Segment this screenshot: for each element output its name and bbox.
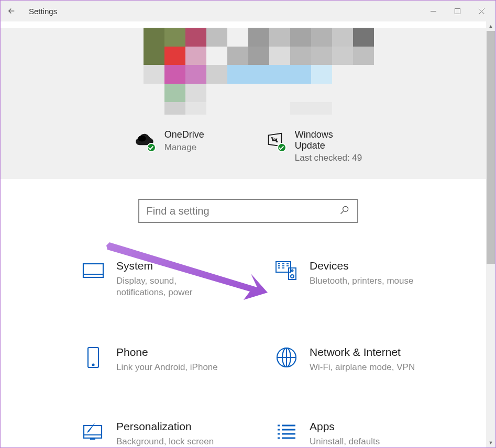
category-subtitle: Link your Android, iPhone: [116, 362, 218, 373]
windows-update-tile[interactable]: WindowsUpdate Last checked: 49: [264, 129, 362, 163]
minimize-button[interactable]: [421, 3, 445, 19]
system-icon: [82, 260, 105, 283]
scroll-up-button[interactable]: ▲: [486, 21, 495, 31]
network-icon: [275, 346, 298, 369]
onedrive-icon: [134, 132, 155, 150]
header-panel: OneDrive Manage: [1, 28, 495, 179]
titlebar-left: Settings: [6, 5, 57, 17]
window-title: Settings: [29, 7, 57, 16]
category-title: Phone: [116, 346, 218, 359]
category-title: Network & Internet: [310, 346, 415, 359]
svg-rect-12: [84, 425, 102, 438]
devices-icon: [275, 260, 298, 283]
windows-update-title: WindowsUpdate: [295, 129, 362, 151]
scroll-down-button[interactable]: ▼: [486, 438, 495, 447]
svg-rect-3: [83, 264, 103, 277]
search-input[interactable]: [147, 205, 325, 217]
settings-window: Settings: [0, 0, 496, 448]
svg-point-1: [138, 136, 146, 142]
maximize-button[interactable]: [445, 3, 469, 19]
scroll-thumb[interactable]: [487, 31, 495, 264]
back-button[interactable]: [6, 5, 17, 17]
vertical-scrollbar[interactable]: ▲ ▼: [486, 21, 495, 447]
onedrive-title: OneDrive: [164, 129, 204, 140]
category-title: Devices: [310, 260, 413, 272]
category-subtitle: Uninstall, defaults: [310, 436, 380, 447]
category-phone[interactable]: Phone Link your Android, iPhone: [82, 346, 271, 373]
onedrive-subtitle: Manage: [164, 142, 204, 153]
close-button[interactable]: [469, 3, 493, 19]
check-badge-icon: [147, 143, 156, 152]
window-controls: [421, 3, 493, 19]
personalization-icon: [82, 420, 105, 443]
search-row: [1, 199, 495, 223]
search-box[interactable]: [138, 199, 358, 223]
category-system[interactable]: System Display, sound, notifications, po…: [82, 260, 271, 298]
windows-update-subtitle: Last checked: 49: [295, 153, 362, 163]
check-badge-icon: [277, 143, 286, 152]
account-header-redacted: [123, 28, 374, 102]
apps-icon: [275, 420, 298, 443]
onedrive-tile[interactable]: OneDrive Manage: [134, 129, 204, 163]
category-subtitle: Wi-Fi, airplane mode, VPN: [310, 362, 415, 373]
content-area: OneDrive Manage: [1, 21, 495, 448]
svg-point-7: [292, 270, 293, 272]
category-title: System: [116, 260, 226, 272]
category-apps[interactable]: Apps Uninstall, defaults: [275, 420, 464, 447]
category-subtitle: Bluetooth, printers, mouse: [310, 275, 413, 287]
svg-point-6: [291, 275, 294, 278]
category-title: Personalization: [116, 420, 214, 433]
category-subtitle: Display, sound, notifications, power: [116, 275, 226, 298]
category-network[interactable]: Network & Internet Wi-Fi, airplane mode,…: [275, 346, 464, 373]
redacted-extra-row: [123, 102, 374, 115]
svg-point-2: [343, 207, 348, 212]
category-devices[interactable]: Devices Bluetooth, printers, mouse: [275, 260, 464, 298]
categories-grid: System Display, sound, notifications, po…: [1, 223, 495, 447]
windows-update-icon: [264, 132, 285, 150]
account-tiles-row: OneDrive Manage: [1, 129, 495, 163]
svg-point-9: [93, 364, 94, 365]
category-personalization[interactable]: Personalization Background, lock screen: [82, 420, 271, 447]
titlebar: Settings: [1, 1, 495, 21]
search-icon: [339, 205, 350, 217]
category-subtitle: Background, lock screen: [116, 436, 214, 447]
svg-rect-0: [455, 8, 460, 14]
phone-icon: [82, 346, 105, 369]
category-title: Apps: [310, 420, 380, 433]
